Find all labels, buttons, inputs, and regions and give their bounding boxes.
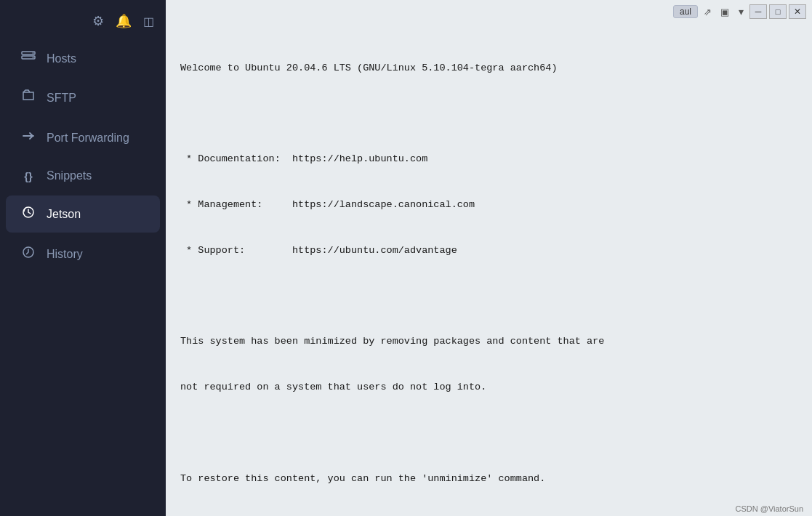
snippets-icon: {} [20,170,36,182]
jetson-icon [20,206,36,222]
port-forwarding-icon [20,129,36,146]
sidebar-item-hosts-label: Hosts [47,52,76,65]
terminal-line-restore: To restore this content, you can run the… [180,472,800,487]
terminal-line-blank2 [180,289,800,305]
sidebar-top-icons: ⚙ 🔔 ◫ [0,0,166,36]
terminal-line-blank3 [180,426,800,441]
terminal-line-blank1 [180,107,800,122]
sidebar-item-sftp-label: SFTP [47,92,76,105]
terminal-line-support: * Support: https://ubuntu.com/advantage [180,243,800,259]
watermark-text: CSDN @ViatorSun [736,504,804,513]
maximize-button[interactable]: □ [769,4,787,19]
new-terminal-icon[interactable]: ◫ [143,15,154,28]
sidebar-item-history[interactable]: History [6,235,160,273]
close-button[interactable]: ✕ [789,4,806,19]
hosts-icon [20,51,36,66]
sftp-icon [20,89,36,106]
terminal-line-doc: * Documentation: https://help.ubuntu.com [180,152,800,167]
sidebar-item-port-forwarding-label: Port Forwarding [47,132,129,145]
terminal-titlebar: aul ⇗ ▣ ▾ ─ □ ✕ [166,0,812,23]
history-icon [20,246,36,262]
sidebar-item-jetson-label: Jetson [47,208,81,221]
sidebar-item-hosts[interactable]: Hosts [6,41,160,76]
bell-icon[interactable]: 🔔 [116,13,132,29]
sidebar-item-port-forwarding[interactable]: Port Forwarding [6,119,160,156]
terminal-line-welcome: Welcome to Ubuntu 20.04.6 LTS (GNU/Linux… [180,61,800,76]
terminal-footer: CSDN @ViatorSun [166,501,812,516]
sidebar-nav: Hosts SFTP Port Forwarding {} Snippets [0,36,166,516]
settings-icon[interactable]: ⚙ [92,13,104,29]
titlebar-left: aul ⇗ ▣ [673,5,733,18]
sidebar-item-snippets[interactable]: {} Snippets [6,159,160,193]
tab-label[interactable]: aul [673,5,698,18]
split-button[interactable]: ▣ [717,5,733,18]
titlebar-right: ─ □ ✕ [749,4,806,19]
terminal-line-minimized1: This system has been minimized by removi… [180,334,800,350]
terminal-line-minimized2: not required on a system that users do n… [180,380,800,395]
svg-point-2 [33,52,34,54]
terminal-line-mgmt: * Management: https://landscape.canonica… [180,198,800,213]
sidebar-item-history-label: History [47,248,83,261]
sidebar: ⚙ 🔔 ◫ Hosts SFTP [0,0,166,516]
terminal-body: Welcome to Ubuntu 20.04.6 LTS (GNU/Linux… [166,23,812,501]
sidebar-item-jetson[interactable]: Jetson [6,195,160,233]
terminal-container: aul ⇗ ▣ ▾ ─ □ ✕ Welcome to Ubuntu 20.04.… [166,0,812,516]
sidebar-item-snippets-label: Snippets [47,169,92,182]
minimize-button[interactable]: ─ [749,4,767,19]
share-button[interactable]: ⇗ [699,5,715,18]
chevron-button[interactable]: ▾ [736,6,747,17]
svg-point-3 [33,57,34,58]
sidebar-item-sftp[interactable]: SFTP [6,79,160,116]
